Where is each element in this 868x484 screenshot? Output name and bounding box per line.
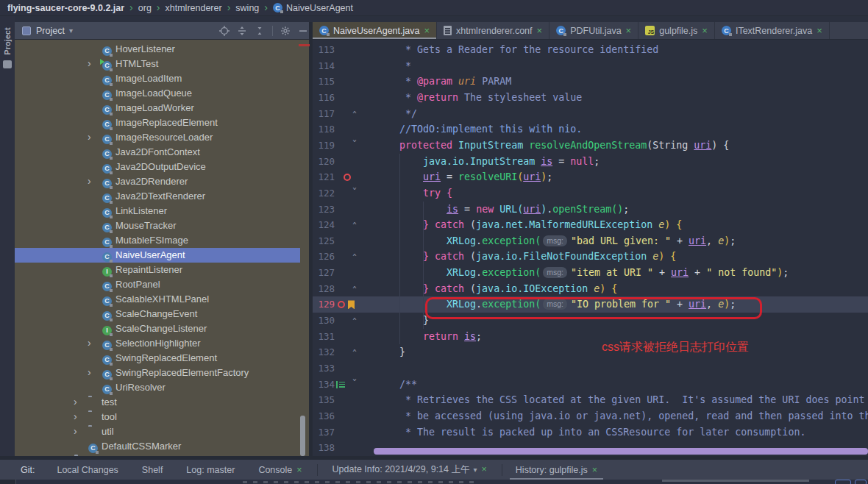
outlined-button[interactable] — [855, 480, 867, 484]
fold-marker-icon[interactable]: ˆ — [349, 110, 360, 124]
history-tab[interactable]: History: gulpfile.js× — [505, 460, 608, 480]
code-line-122[interactable]: try { — [376, 185, 452, 202]
code-line-137[interactable]: * The result is packed up into an CSSRes… — [376, 424, 805, 441]
code-line-130[interactable]: } — [376, 313, 429, 329]
code-line-118[interactable]: //TOdO:implement this with nio. — [376, 121, 582, 138]
line-number[interactable]: 125 — [314, 235, 335, 246]
editor-tab-ITextRenderer.java[interactable]: CITextRenderer.java× — [715, 22, 830, 39]
tree-item-imageresourceloader[interactable]: ›CImageResourceLoader — [15, 130, 300, 145]
console-tab[interactable]: Console× — [258, 465, 302, 475]
line-number[interactable]: 137 — [314, 427, 335, 438]
code-line-128[interactable]: } catch (java.io.IOException e) { — [376, 281, 617, 297]
line-number[interactable]: 114 — [314, 60, 335, 71]
breakpoint-icon[interactable] — [344, 174, 351, 181]
expand-chevron-icon[interactable]: › — [88, 131, 91, 143]
tree-item-scalechangelistener[interactable]: IScaleChangeListener — [15, 321, 300, 336]
editor-tab-xhtmlrenderer.conf[interactable]: xhtmlrenderer.conf× — [437, 22, 549, 39]
expand-chevron-icon[interactable]: › — [74, 396, 77, 408]
tree-item-uriresolver[interactable]: CUriResolver — [15, 380, 300, 395]
code-line-132[interactable]: } — [376, 344, 405, 360]
chevron-down-icon[interactable]: ▾ — [69, 26, 73, 35]
statusbar-item-log-master[interactable]: Log: master — [186, 465, 235, 475]
editor-tab-PDFUtil.java[interactable]: CPDFUtil.java× — [549, 22, 638, 39]
code-line-127[interactable]: XRLog.exception(msg:"item at URI " + uri… — [376, 265, 789, 281]
fold-marker-icon[interactable]: ˆ — [349, 349, 360, 362]
project-panel-title[interactable]: Project — [36, 26, 65, 36]
line-number[interactable]: 136 — [314, 410, 335, 421]
code-line-123[interactable]: is = new URL(uri).openStream(); — [376, 202, 629, 218]
line-number[interactable]: 133 — [314, 363, 335, 374]
locate-icon[interactable] — [219, 26, 230, 36]
code-line-114[interactable]: * — [376, 58, 411, 74]
tree-item-htmltest[interactable]: ›CHTMLTest — [15, 57, 300, 71]
tree-item-defaultcssmarker[interactable]: CDefaultCSSMarker — [15, 439, 300, 454]
fold-marker-icon[interactable]: ˆ — [349, 221, 360, 235]
scrollbar[interactable] — [662, 480, 809, 482]
tree-item-java2dfontcontext[interactable]: CJava2DFontContext — [15, 145, 300, 160]
project-rail-button[interactable]: Project — [3, 24, 12, 58]
gear-icon[interactable] — [280, 26, 291, 36]
code-line-116[interactable]: * @return The stylesheet value — [376, 90, 582, 106]
tree-item-tool[interactable]: ›tool — [15, 410, 300, 424]
code-line-136[interactable]: * be accessed (using java.io or java.net… — [376, 408, 868, 424]
project-scrollbar[interactable] — [300, 416, 305, 456]
breadcrumb-segment[interactable]: org — [138, 3, 152, 13]
line-number[interactable]: 122 — [314, 188, 335, 199]
collapse-all-icon[interactable] — [255, 26, 265, 36]
line-number[interactable]: 126 — [314, 251, 335, 262]
editor-tab-gulpfile.js[interactable]: JSgulpfile.js× — [638, 22, 715, 39]
expand-chevron-icon[interactable]: › — [74, 410, 77, 422]
update-info-tab[interactable]: Update Info: 2021/4/29, 9:14 上午▾× — [332, 463, 487, 476]
tree-item-hoverlistener[interactable]: CHoverListener — [15, 42, 300, 57]
line-number[interactable]: 132 — [314, 346, 335, 357]
close-icon[interactable]: × — [296, 465, 302, 475]
fold-marker-icon[interactable]: ˆ — [349, 317, 360, 330]
line-number[interactable]: 124 — [314, 219, 335, 230]
tree-item-swingreplacedelementfactory[interactable]: ›CSwingReplacedElementFactory — [15, 366, 300, 380]
code-line-124[interactable]: } catch (java.net.MalformedURLException … — [376, 217, 682, 233]
expand-all-icon[interactable] — [237, 26, 247, 36]
horizontal-scrollbar[interactable] — [374, 448, 868, 455]
line-number[interactable]: 130 — [314, 315, 335, 326]
tree-item-imageloaditem[interactable]: CImageLoadItem — [15, 71, 300, 86]
gutter-list-icon[interactable] — [336, 381, 345, 388]
line-number[interactable]: 118 — [314, 124, 335, 135]
tree-item-selectionhighlighter[interactable]: ›CSelectionHighlighter — [15, 336, 300, 351]
tree-item-imageloadqueue[interactable]: CImageLoadQueue — [15, 86, 300, 101]
line-number[interactable]: 135 — [314, 394, 335, 405]
line-number[interactable]: 131 — [314, 331, 335, 342]
tree-item-swingreplacedelement[interactable]: CSwingReplacedElement — [15, 351, 300, 366]
close-icon[interactable]: × — [626, 25, 632, 36]
close-icon[interactable]: × — [482, 464, 487, 474]
code-line-119[interactable]: protected InputStream resolveAndOpenStre… — [376, 138, 729, 154]
tree-item-linklistener[interactable]: CLinkListener — [15, 204, 300, 218]
line-number[interactable]: 128 — [314, 283, 335, 294]
expand-chevron-icon[interactable]: › — [88, 337, 91, 349]
tree-item-scalechangeevent[interactable]: CScaleChangeEvent — [15, 307, 300, 321]
code-line-135[interactable]: * Retrieves the CSS located at the given… — [376, 392, 864, 408]
tree-item-repaintlistener[interactable]: IRepaintListener — [15, 263, 300, 277]
line-number[interactable]: 117 — [314, 108, 335, 119]
breadcrumb-root[interactable]: flying-saucer-core-9.0.2.jar — [7, 3, 124, 13]
close-icon[interactable]: × — [424, 25, 430, 36]
code-line-120[interactable]: java.io.InputStream is = null; — [376, 154, 600, 170]
line-number[interactable]: 121 — [314, 171, 335, 182]
statusbar-item-local-changes[interactable]: Local Changes — [57, 465, 118, 475]
tree-item-java2dtextrenderer[interactable]: CJava2DTextRenderer — [15, 189, 300, 204]
expand-chevron-icon[interactable]: › — [88, 57, 91, 69]
tree-item-rootpanel[interactable]: CRootPanel — [15, 277, 300, 292]
expand-chevron-icon[interactable]: › — [74, 425, 77, 437]
hide-panel-icon[interactable] — [298, 26, 308, 36]
code-line-125[interactable]: XRLog.exception(msg:"bad URL given: " + … — [376, 233, 736, 249]
code-line-126[interactable]: } catch (java.io.FileNotFoundException e… — [376, 249, 676, 265]
line-number[interactable]: 116 — [314, 92, 335, 103]
tree-item-test[interactable]: ›test — [15, 395, 300, 410]
line-number[interactable]: 113 — [314, 44, 335, 55]
close-icon[interactable]: × — [702, 25, 708, 36]
fold-marker-icon[interactable]: ˆ — [349, 285, 360, 299]
tree-item-imagereplacedelement[interactable]: CImageReplacedElement — [15, 115, 300, 130]
code-line-134[interactable]: /** — [376, 377, 417, 393]
statusbar-item-shelf[interactable]: Shelf — [142, 465, 163, 475]
line-number[interactable]: 127 — [314, 267, 335, 278]
fold-marker-icon[interactable]: ˇ — [349, 139, 360, 152]
